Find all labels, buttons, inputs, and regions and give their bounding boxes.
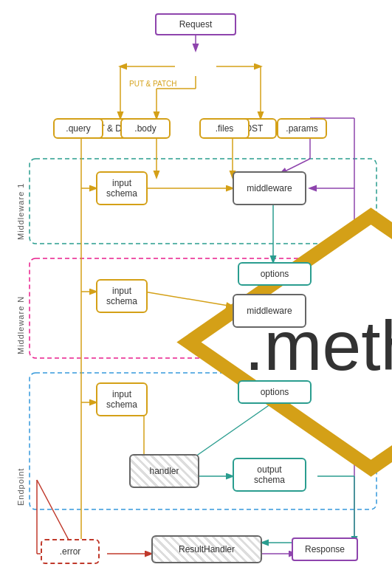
result-handler-label: ResultHandler: [179, 544, 235, 554]
options1-box: options: [238, 262, 312, 286]
handler-box: handler: [129, 454, 199, 488]
input-schema-ep-label: input schema: [106, 389, 137, 410]
endpoint-section-label: Endpoint: [16, 377, 25, 506]
response-box: Response: [292, 537, 358, 561]
query-label: .query: [66, 123, 90, 134]
params-label: .params: [286, 123, 317, 134]
files-box: .files: [199, 118, 250, 139]
input-schema-ep-box: input schema: [96, 382, 148, 416]
params-box: .params: [277, 118, 327, 139]
request-box: Request: [155, 13, 236, 35]
options2-label: options: [261, 387, 289, 397]
middleware1-section-label: Middleware 1: [16, 162, 25, 240]
input-schema-1-label: input schema: [106, 178, 137, 199]
files-label: .files: [216, 123, 234, 134]
handler-label: handler: [149, 466, 179, 476]
error-label: .error: [60, 546, 81, 557]
middleware1-label: middleware: [247, 183, 292, 193]
input-schema-n-box: input schema: [96, 279, 148, 313]
method-diamond: .method: [175, 50, 216, 80]
middleware1-box: middleware: [233, 171, 306, 205]
query-box: .query: [53, 118, 103, 139]
body-box: .body: [120, 118, 171, 139]
body-label: .body: [134, 123, 156, 134]
put-patch-label: PUT & PATCH: [129, 80, 176, 88]
output-schema-box: output schema: [233, 458, 306, 492]
input-schema-n-label: input schema: [106, 286, 137, 306]
options1-label: options: [261, 269, 289, 279]
result-handler-box: ResultHandler: [151, 535, 262, 563]
request-label: Request: [179, 19, 213, 30]
response-label: Response: [305, 544, 345, 554]
middlewaren-label: middleware: [247, 306, 292, 316]
middlewaren-box: middleware: [233, 294, 306, 328]
error-box: .error: [41, 539, 100, 564]
svg-line-34: [37, 480, 70, 543]
options2-box: options: [238, 380, 312, 404]
output-schema-label: output schema: [254, 464, 285, 485]
input-schema-1-box: input schema: [96, 171, 148, 205]
middlewareN-section-label: Middleware N: [16, 262, 25, 354]
